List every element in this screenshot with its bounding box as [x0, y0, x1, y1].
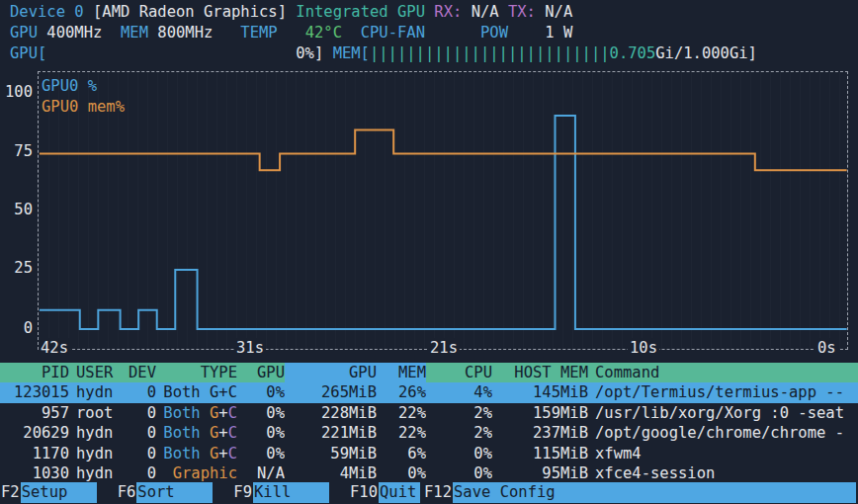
fkey-kill-key[interactable]: F9 — [232, 482, 253, 503]
gpu-rate-cell: 0% — [237, 382, 285, 402]
pid-cell: 123015 — [0, 382, 69, 402]
header-mem-pct[interactable]: MEM — [377, 363, 426, 382]
cpu-cell: 0% — [426, 463, 492, 483]
fkey-save-key[interactable]: F12 — [423, 482, 453, 503]
header-gpu-mem[interactable]: GPU — [285, 363, 377, 382]
type-cell: Graphic — [156, 463, 237, 483]
dev-cell: 0 — [124, 403, 156, 423]
process-row[interactable]: 20629 hydn 0 Both G+C 0% 221MiB 22% 2% 2… — [0, 423, 858, 443]
gpu-mem-cell: 265MiB — [285, 382, 377, 402]
y-tick-label: 25 — [0, 258, 33, 278]
process-row[interactable]: 1170 hydn 0 Both G+C 0% 59MiB 6% 0% 115M… — [0, 444, 858, 463]
gpu-mem-cell: 59MiB — [285, 444, 377, 463]
pid-cell: 957 — [0, 403, 69, 423]
gpu-mem-cell: 221MiB — [285, 423, 377, 443]
chart-series-svg — [39, 71, 847, 348]
command-cell: xfce4-session — [595, 463, 858, 483]
mem-pct-cell: 6% — [377, 444, 426, 463]
header-type[interactable]: TYPE — [156, 363, 237, 382]
header-host-mem[interactable]: HOST MEM — [492, 363, 588, 382]
pid-cell: 1170 — [0, 444, 69, 463]
command-cell: /usr/lib/xorg/Xorg :0 -seat — [595, 403, 858, 423]
x-tick-label: 21s — [428, 338, 460, 358]
header-pid[interactable]: PID — [0, 363, 69, 382]
process-row[interactable]: 1030 hydn 0 Graphic N/A 4MiB 0% 0% 95MiB… — [0, 463, 858, 483]
process-row-selected[interactable]: 123015 hydn 0 Both G+C 0% 265MiB 26% 4% … — [0, 382, 858, 402]
sort-button[interactable]: Sort — [136, 482, 213, 503]
dev-cell: 0 — [124, 444, 156, 463]
type-cell: Both G+C — [156, 444, 237, 463]
command-cell: /opt/Termius/termius-app -- — [595, 382, 858, 402]
x-tick-label: 31s — [234, 338, 266, 358]
user-cell: hydn — [76, 423, 124, 443]
process-table: PID USER DEV TYPE GPU GPU MEM CPU HOST M… — [0, 363, 858, 483]
dev-cell: 0 — [124, 382, 156, 402]
x-tick-label: 0s — [815, 338, 838, 358]
process-table-header[interactable]: PID USER DEV TYPE GPU GPU MEM CPU HOST M… — [0, 363, 858, 382]
pid-cell: 20629 — [0, 423, 69, 443]
header-gpu-rate[interactable]: GPU — [237, 363, 285, 382]
gpu-rate-cell: 0% — [237, 444, 285, 463]
x-tick-label: 42s — [39, 338, 70, 358]
cpu-cell: 2% — [426, 423, 492, 443]
user-cell: root — [76, 403, 124, 423]
y-tick-label: 50 — [0, 200, 33, 219]
y-tick-label: 100 — [0, 82, 33, 102]
setup-button[interactable]: Setup — [21, 482, 97, 503]
command-cell: /opt/google/chrome/chrome - — [595, 423, 858, 443]
gpu-rate-cell: 0% — [237, 423, 285, 443]
type-cell: Both G+C — [156, 382, 237, 402]
nvtop-terminal: Device 0 [AMD Radeon Graphics] Integrate… — [0, 0, 858, 504]
host-mem-cell: 95MiB — [492, 463, 588, 483]
dev-cell: 0 — [124, 463, 156, 483]
pid-cell: 1030 — [0, 463, 69, 483]
type-cell: Both G+C — [156, 423, 237, 443]
header-user[interactable]: USER — [76, 363, 124, 382]
gpu-mem-gauges-line: GPU[ 0%] MEM[||||||||||||||||||||||||||0… — [10, 43, 757, 64]
y-tick-label: 0 — [0, 318, 33, 338]
fkey-sort-key[interactable]: F6 — [117, 482, 137, 503]
type-cell: Both G+C — [156, 403, 237, 423]
user-cell: hydn — [76, 444, 124, 463]
mem-pct-cell: 22% — [377, 423, 426, 443]
mem-pct-cell: 0% — [377, 463, 426, 483]
host-mem-cell: 115MiB — [492, 444, 588, 463]
header-dev[interactable]: DEV — [124, 363, 156, 382]
gpu-mem-cell: 4MiB — [285, 463, 377, 483]
gpu-rate-cell: N/A — [237, 463, 285, 483]
process-row[interactable]: 957 root 0 Both G+C 0% 228MiB 22% 2% 159… — [0, 403, 858, 423]
legend-gpu-usage: GPU0 % — [42, 76, 97, 97]
legend-gpu-mem: GPU0 mem% — [42, 97, 125, 118]
dev-cell: 0 — [124, 423, 156, 443]
header-command[interactable]: Command — [595, 363, 858, 382]
cpu-cell: 4% — [426, 382, 492, 402]
header-cpu[interactable]: CPU — [426, 363, 492, 382]
host-mem-cell: 237MiB — [492, 423, 588, 443]
host-mem-cell: 159MiB — [492, 403, 588, 423]
command-cell: xfwm4 — [595, 444, 858, 463]
x-tick-label: 10s — [628, 338, 659, 358]
quit-button[interactable]: Quit — [379, 482, 420, 503]
cpu-cell: 2% — [426, 403, 492, 423]
fkey-quit-key[interactable]: F10 — [349, 482, 379, 503]
y-tick-label: 75 — [0, 141, 33, 161]
mem-pct-cell: 22% — [377, 403, 426, 423]
user-cell: hydn — [76, 463, 124, 483]
mem-pct-cell: 26% — [377, 382, 426, 402]
host-mem-cell: 145MiB — [492, 382, 588, 402]
clock-temp-line: GPU 400MHz MEM 800MHz TEMP 42°C CPU-FAN … — [10, 23, 572, 43]
fkey-setup-key[interactable]: F2 — [0, 482, 21, 503]
save-config-button[interactable]: Save Config — [453, 482, 856, 503]
gpu-rate-cell: 0% — [237, 403, 285, 423]
kill-button[interactable]: Kill — [253, 482, 329, 503]
user-cell: hydn — [76, 382, 124, 402]
device-info-line: Device 0 [AMD Radeon Graphics] Integrate… — [10, 2, 572, 23]
cpu-cell: 0% — [426, 444, 492, 463]
function-key-bar: F2 Setup F6 Sort F9 Kill F10 Quit F12 Sa… — [0, 482, 858, 503]
gpu-mem-cell: 228MiB — [285, 403, 377, 423]
